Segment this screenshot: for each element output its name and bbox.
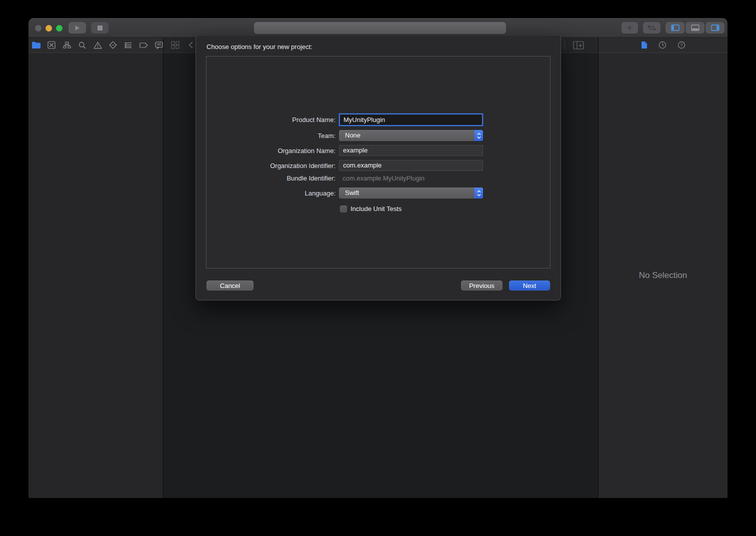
play-icon bbox=[74, 25, 80, 31]
panel-toggle-group bbox=[666, 22, 724, 34]
bundle-identifier-row: Bundle Identifier: com.example.MyUnityPl… bbox=[196, 174, 550, 182]
report-navigator-icon[interactable] bbox=[155, 41, 164, 50]
run-button[interactable] bbox=[68, 22, 86, 34]
help-inspector-icon[interactable]: ? bbox=[678, 41, 686, 49]
tab-overview-icon[interactable] bbox=[171, 41, 180, 49]
svg-text:?: ? bbox=[680, 42, 682, 48]
previous-button[interactable]: Previous bbox=[461, 280, 502, 290]
issue-navigator-icon[interactable] bbox=[94, 41, 102, 50]
test-navigator-icon[interactable] bbox=[109, 41, 118, 50]
activity-status-field bbox=[254, 22, 506, 34]
swap-arrows-icon bbox=[648, 25, 656, 31]
include-unit-tests-checkbox[interactable] bbox=[340, 206, 347, 212]
symbol-navigator-icon[interactable] bbox=[63, 41, 72, 50]
organization-identifier-label: Organization Identifier: bbox=[196, 162, 336, 170]
organization-identifier-row: Organization Identifier: com.example bbox=[196, 160, 550, 171]
popup-stepper-icon bbox=[474, 130, 483, 141]
organization-name-label: Organization Name: bbox=[196, 147, 336, 154]
navigator-pane bbox=[28, 53, 163, 498]
stop-icon bbox=[98, 26, 102, 30]
new-project-options-sheet: Choose options for your new project: Pro… bbox=[196, 36, 561, 300]
next-button[interactable]: Next bbox=[509, 280, 550, 290]
product-name-row: Product Name: MyUnityPlugin bbox=[196, 114, 550, 126]
toggle-inspectors-button[interactable] bbox=[706, 22, 724, 34]
no-selection-label: No Selection bbox=[639, 270, 687, 280]
bundle-identifier-value: com.example.MyUnityPlugin bbox=[339, 174, 483, 182]
toggle-navigator-button[interactable] bbox=[666, 22, 684, 34]
organization-name-field[interactable]: example bbox=[339, 145, 483, 156]
zoom-button[interactable] bbox=[56, 25, 62, 32]
team-popup[interactable]: None bbox=[339, 130, 483, 141]
editor-swap-button[interactable] bbox=[643, 22, 660, 34]
jump-bar-divider bbox=[564, 41, 565, 49]
minimize-button[interactable] bbox=[46, 25, 52, 32]
library-add-button[interactable] bbox=[622, 22, 638, 34]
debug-navigator-icon[interactable] bbox=[124, 41, 132, 50]
bottom-panel-icon bbox=[691, 24, 700, 31]
bundle-identifier-label: Bundle Identifier: bbox=[196, 174, 336, 182]
team-label: Team: bbox=[196, 132, 336, 140]
inspector-tab-bar: ? bbox=[598, 38, 728, 53]
language-label: Language: bbox=[196, 190, 336, 197]
product-name-label: Product Name: bbox=[196, 116, 336, 124]
product-name-field[interactable]: MyUnityPlugin bbox=[339, 114, 483, 126]
include-unit-tests-label: Include Unit Tests bbox=[350, 205, 402, 212]
right-panel-icon bbox=[711, 24, 720, 31]
left-panel-icon bbox=[671, 24, 680, 31]
navigator-tab-bar bbox=[28, 38, 163, 53]
language-popup[interactable]: Swift bbox=[339, 188, 483, 198]
close-button[interactable] bbox=[35, 25, 42, 32]
include-unit-tests-row: Include Unit Tests bbox=[196, 205, 550, 212]
sheet-title: Choose options for your new project: bbox=[206, 43, 312, 50]
project-navigator-icon[interactable] bbox=[32, 41, 40, 50]
team-row: Team: None bbox=[196, 130, 550, 141]
titlebar bbox=[28, 18, 728, 38]
toggle-debug-area-button[interactable] bbox=[686, 22, 704, 34]
find-navigator-icon[interactable] bbox=[78, 41, 86, 50]
inspector-pane: No Selection bbox=[598, 53, 728, 498]
popup-stepper-icon bbox=[474, 188, 483, 198]
file-inspector-icon[interactable] bbox=[641, 41, 648, 49]
source-control-navigator-icon[interactable] bbox=[48, 41, 56, 50]
organization-identifier-field[interactable]: com.example bbox=[339, 160, 483, 171]
history-inspector-icon[interactable] bbox=[658, 41, 666, 49]
language-row: Language: Swift bbox=[196, 188, 550, 198]
organization-name-row: Organization Name: example bbox=[196, 145, 550, 156]
stop-button[interactable] bbox=[91, 22, 108, 34]
cancel-button[interactable]: Cancel bbox=[206, 280, 254, 290]
plus-icon bbox=[626, 24, 633, 31]
add-editor-icon[interactable] bbox=[573, 41, 584, 50]
breakpoint-navigator-icon[interactable] bbox=[140, 41, 148, 50]
back-chevron-icon[interactable] bbox=[188, 42, 193, 48]
